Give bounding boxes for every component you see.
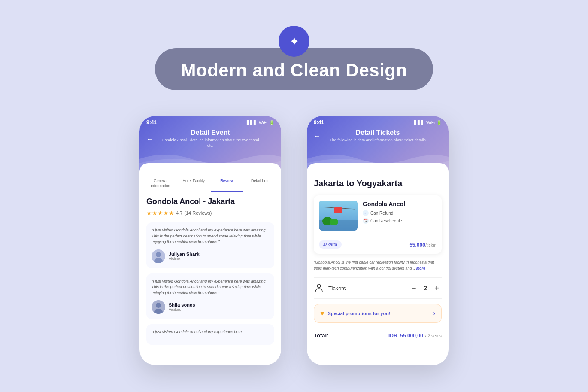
reviewer-1: Jullyan Shark Visitors — [152, 249, 269, 263]
promo-text: Special promotions for you! — [328, 311, 433, 316]
route-title: Jakarta to Yogyakarta — [314, 179, 442, 188]
ticket-name: Gondola Ancol — [363, 201, 436, 207]
status-bar-left: 9:41 ▋▋▋ WiFi 🔋 — [139, 116, 281, 127]
phone-right: 9:41 ▋▋▋ WiFi 🔋 ← Detail Tickets The fol… — [307, 116, 449, 365]
reviewer-name-2: Shila songs — [169, 302, 195, 307]
reviewer-info-2: Shila songs Visitors — [169, 302, 195, 312]
battery-icon-right: 🔋 — [436, 120, 442, 125]
status-bar-right: 9:41 ▋▋▋ WiFi 🔋 — [307, 116, 449, 127]
phone-left-header: 9:41 ▋▋▋ WiFi 🔋 ← Detail Event Gondola A… — [139, 116, 281, 172]
total-amount-display: IDR. 55.000,00 x 2 seats — [388, 331, 442, 339]
tab-hotel-facility[interactable]: Hotel Facility — [178, 177, 210, 192]
review-card-1: "I just visited Gondola Ancol and my exp… — [146, 222, 274, 268]
nav-title-right: Detail Tickets — [317, 129, 439, 137]
svg-rect-11 — [334, 207, 342, 213]
back-arrow-right[interactable]: ← — [314, 132, 321, 140]
status-icons-left: ▋▋▋ WiFi 🔋 — [247, 120, 274, 125]
qty-increase-button[interactable]: + — [432, 283, 442, 293]
tickets-label: Tickets — [328, 285, 409, 292]
main-title: Modern and Clean Design — [181, 60, 407, 81]
tab-review[interactable]: Review — [211, 177, 243, 192]
svg-point-1 — [156, 252, 161, 257]
nav-subtitle-left: Gondola Ancol - detailed information abo… — [146, 137, 274, 149]
svg-point-4 — [156, 303, 161, 308]
total-seats: x 2 seats — [424, 334, 442, 338]
nav-bar-left: ← Detail Event Gondola Ancol - detailed … — [139, 127, 281, 150]
more-link[interactable]: More — [416, 266, 426, 270]
price-value: 55.000/ticket — [409, 242, 436, 248]
phone-right-header: 9:41 ▋▋▋ WiFi 🔋 ← Detail Tickets The fol… — [307, 116, 449, 172]
ticket-image — [319, 201, 358, 231]
signal-icon-right: ▋▋▋ — [414, 120, 424, 125]
person-icon — [314, 283, 324, 293]
rating-row: ★★★★★ 4.7 (14 Reviews) — [146, 210, 274, 216]
tickets-row: Tickets − 2 + — [314, 277, 442, 299]
review-card-2: "I just visited Gondola Ancol and my exp… — [146, 273, 274, 319]
review-text-3: "I just visited Gondola Ancol and my exp… — [152, 329, 269, 335]
review-text-1: "I just visited Gondola Ancol and my exp… — [152, 228, 269, 245]
phone-right-body: Jakarta to Yogyakarta — [307, 172, 449, 365]
phones-container: 9:41 ▋▋▋ WiFi 🔋 ← Detail Event Gondola A… — [0, 116, 588, 365]
wifi-icon-right: WiFi — [426, 120, 435, 125]
rating-count: (14 Reviews) — [184, 210, 212, 216]
ticket-feature-refund: ↩ Can Refund — [363, 210, 436, 216]
ticket-top: Gondola Ancol ↩ Can Refund 📅 Can Resched… — [319, 201, 436, 231]
event-title: Gondola Ancol - Jakarta — [146, 197, 274, 206]
promo-arrow-icon: › — [433, 310, 435, 317]
reviewer-role-2: Visitors — [169, 307, 195, 312]
reschedule-icon: 📅 — [363, 218, 369, 224]
nav-bar-right: ← Detail Tickets The following is data a… — [307, 127, 449, 145]
reviewer-avatar-2 — [152, 300, 165, 314]
reviewer-2: Shila songs Visitors — [152, 300, 269, 314]
nav-title-left: Detail Event — [146, 129, 274, 137]
nav-subtitle-right: The following is data and information ab… — [317, 137, 439, 144]
svg-point-9 — [330, 219, 338, 225]
ticket-feature-reschedule: 📅 Can Reschedule — [363, 218, 436, 224]
back-arrow-left[interactable]: ← — [146, 135, 153, 143]
price-display: 55.000/ticket — [409, 241, 436, 249]
total-label: Total: — [314, 332, 328, 339]
reviewer-info-1: Jullyan Shark Visitors — [169, 252, 200, 261]
wifi-icon-left: WiFi — [259, 120, 267, 125]
review-text-2: "I just visited Gondola Ancol and my exp… — [152, 279, 269, 296]
location-badge: Jakarta — [319, 240, 342, 249]
reviewer-role-1: Visitors — [169, 257, 200, 261]
description-text: "Gondola Ancol is the first cable car re… — [314, 260, 442, 271]
sparkle-icon: ✦ — [289, 34, 299, 49]
signal-icon-left: ▋▋▋ — [247, 120, 257, 125]
rating-value: 4.7 — [176, 210, 182, 216]
promo-row[interactable]: ♥ Special promotions for you! › — [314, 304, 442, 323]
reviewer-name-1: Jullyan Shark — [169, 252, 200, 257]
header-section: ✦ Modern and Clean Design — [0, 0, 588, 90]
ticket-info: Gondola Ancol ↩ Can Refund 📅 Can Resched… — [363, 201, 436, 231]
ticket-bottom: Jakarta 55.000/ticket — [319, 236, 436, 249]
qty-decrease-button[interactable]: − — [409, 283, 418, 293]
sparkle-badge: ✦ — [279, 26, 309, 57]
ticket-content: Jakarta to Yogyakarta — [307, 172, 449, 365]
phone-left-body: General Information Hotel Facility Revie… — [139, 172, 281, 365]
total-row: Total: IDR. 55.000,00 x 2 seats — [314, 328, 442, 343]
event-content: Gondola Ancol - Jakarta ★★★★★ 4.7 (14 Re… — [139, 192, 281, 365]
tab-detail-loc[interactable]: Detail Loc. — [245, 177, 276, 192]
promo-icon: ♥ — [320, 310, 324, 317]
review-card-3: "I just visited Gondola Ancol and my exp… — [146, 324, 274, 345]
total-amount: IDR. 55.000,00 x 2 seats — [388, 333, 442, 339]
reviewer-avatar-1 — [152, 249, 165, 263]
feature-reschedule-text: Can Reschedule — [370, 219, 402, 223]
feature-refund-text: Can Refund — [370, 211, 393, 216]
price-unit: /ticket — [425, 243, 436, 248]
quantity-controls: − 2 + — [409, 283, 442, 293]
tab-general-info[interactable]: General Information — [145, 177, 176, 192]
status-icons-right: ▋▋▋ WiFi 🔋 — [414, 120, 442, 125]
status-time-left: 9:41 — [146, 119, 157, 125]
ticket-card: Gondola Ancol ↩ Can Refund 📅 Can Resched… — [314, 195, 442, 254]
refund-icon: ↩ — [363, 210, 369, 216]
stars: ★★★★★ — [146, 210, 174, 216]
status-time-right: 9:41 — [314, 119, 324, 125]
qty-number: 2 — [424, 285, 427, 292]
battery-icon-left: 🔋 — [269, 120, 274, 125]
phone-left: 9:41 ▋▋▋ WiFi 🔋 ← Detail Event Gondola A… — [139, 116, 281, 365]
svg-point-13 — [317, 284, 321, 288]
